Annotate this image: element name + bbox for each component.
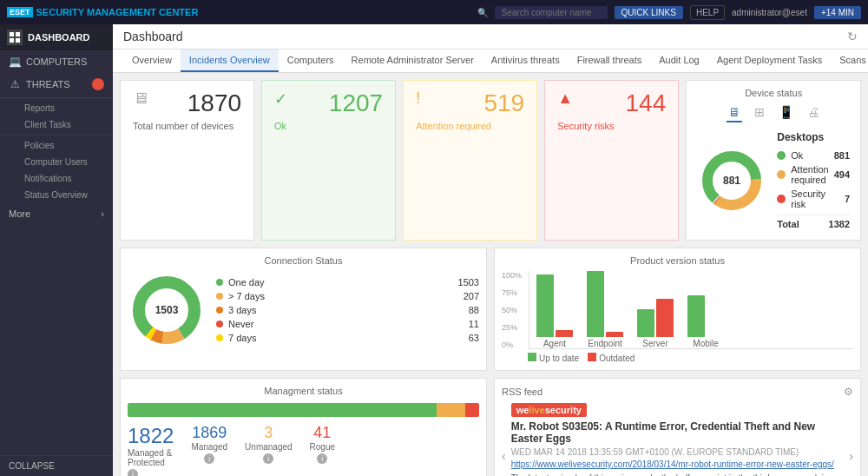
mobile-icon[interactable]: 📱	[777, 103, 795, 122]
card-device-status: Device status 🖥 ⊞ 📱 🖨	[686, 80, 861, 241]
card-security-risks: ▲ 144 Security risks	[544, 80, 679, 241]
management-stats: 1822 Managed & Protected i 1869 Managed …	[128, 424, 479, 476]
conn-3-days-val: 88	[469, 305, 479, 315]
conn-7-days: 7 days 63	[216, 331, 479, 345]
svg-rect-1	[16, 32, 20, 36]
page-title: Dashboard	[123, 30, 183, 43]
server-icon[interactable]: 🖨	[806, 103, 821, 122]
sidebar-item-computers-label: COMPUTERS	[26, 56, 87, 67]
conn-orange-dot	[216, 307, 223, 314]
connection-status-title: Connection Status	[128, 255, 479, 266]
attention-legend-value: 494	[834, 169, 850, 180]
conn-7plus-days: > 7 days 207	[216, 289, 479, 303]
mgmt-unmanaged-info-icon[interactable]: i	[263, 453, 273, 464]
mgmt-managed-info-icon[interactable]: i	[204, 453, 214, 464]
content-header: Dashboard ↻	[113, 24, 868, 50]
app-title: SECURITY MANAGEMENT CENTER	[36, 7, 199, 17]
sidebar-divider2	[0, 135, 113, 136]
y-75: 75%	[502, 288, 522, 297]
up-to-date-label: Up to date	[539, 354, 579, 363]
mgmt-managed-value: 1869	[191, 424, 227, 442]
tab-agent-deployment[interactable]: Agent Deployment Tasks	[708, 50, 831, 72]
search-input[interactable]	[495, 6, 608, 19]
total-devices-label: Total number of devices	[133, 121, 241, 131]
mgmt-rogue-info-icon[interactable]: i	[317, 453, 327, 464]
desktop-icon[interactable]: 🖥	[727, 103, 742, 122]
donut-area: 881 Desktops Ok 881	[694, 128, 853, 233]
topbar-right: 🔍 QUICK LINKS HELP administrator@eset +1…	[477, 5, 861, 20]
sidebar-item-computer-users[interactable]: Computer Users	[0, 154, 113, 170]
laptop-icon[interactable]: ⊞	[753, 103, 766, 122]
sidebar-item-more[interactable]: More ›	[0, 203, 113, 224]
card-total-devices: 🖥 1870 Total number of devices	[120, 80, 254, 241]
conn-donut-svg: 1503	[128, 271, 206, 349]
attention-dot	[777, 170, 786, 179]
endpoint-label: Endpoint	[588, 339, 621, 348]
mgmt-managed-label: Managed	[191, 442, 227, 452]
user-label: administrator@eset	[732, 8, 807, 17]
sidebar-item-status-overview[interactable]: Status Overview	[0, 187, 113, 203]
conn-7-days-label: 7 days	[228, 333, 256, 343]
attention-label: Attention required	[416, 121, 524, 131]
mins-button[interactable]: +14 MIN	[814, 6, 861, 19]
sidebar-item-threats[interactable]: ⚠ THREATS	[0, 73, 113, 96]
sidebar-spacer	[0, 224, 113, 455]
rss-prev-button[interactable]: ‹	[502, 449, 506, 463]
tab-firewall[interactable]: Firewall threats	[569, 50, 651, 72]
rss-article-link[interactable]: https://www.welivesecurity.com/2018/03/1…	[511, 459, 845, 469]
mobile-label: Mobile	[693, 339, 718, 348]
sidebar-collapse-button[interactable]: COLLAPSE	[0, 455, 113, 476]
mgmt-rogue-value: 41	[310, 424, 335, 442]
y-axis: 100% 75% 50% 25% 0%	[502, 271, 525, 349]
card-rss-feed: RSS feed ⚙ ‹ welivesecurity Mr. Robot S0…	[494, 378, 861, 476]
security-risk-icon: ▲	[557, 89, 573, 108]
rss-logo-area: welivesecurity	[511, 403, 845, 417]
security-legend-label: Security risk	[791, 188, 839, 209]
rss-content: welivesecurity Mr. Robot S03E05: A Runti…	[511, 403, 845, 476]
row-charts: Connection Status	[120, 248, 861, 371]
tab-overview[interactable]: Overview	[123, 50, 181, 72]
dashboard-content: 🖥 1870 Total number of devices ✓ 1207 Ok	[113, 73, 868, 476]
bar-server: Server	[637, 268, 674, 348]
sidebar-top[interactable]: DASHBOARD	[0, 24, 113, 50]
y-25: 25%	[502, 323, 522, 332]
sidebar-item-computers[interactable]: 💻 COMPUTERS	[0, 50, 113, 73]
bar-chart: Agent Endpoint	[529, 271, 853, 349]
svg-rect-2	[10, 38, 14, 43]
sidebar-item-client-tasks[interactable]: Client Tasks	[0, 116, 113, 133]
sidebar-item-reports[interactable]: Reports	[0, 100, 113, 116]
row-bottom: Managment status 1822 Managed & Protecte…	[120, 378, 861, 476]
mobile-up-to-date-bar	[687, 295, 705, 337]
sidebar-item-notifications[interactable]: Notifications	[0, 170, 113, 187]
tab-computers[interactable]: Computers	[279, 50, 343, 72]
tab-audit[interactable]: Audit Log	[650, 50, 707, 72]
chevron-right-icon: ›	[101, 208, 104, 219]
tab-scans[interactable]: Scans	[831, 50, 868, 72]
rss-article-text: The latest episode of this series marks …	[511, 473, 845, 476]
sidebar-item-policies[interactable]: Policies	[0, 137, 113, 154]
search-icon: 🔍	[477, 8, 488, 17]
rss-settings-button[interactable]: ⚙	[844, 386, 853, 398]
quick-links-button[interactable]: QUICK LINKS	[615, 6, 683, 19]
bar-mobile: Mobile	[687, 268, 724, 348]
legend-security: Security risk 7	[777, 187, 850, 211]
total-value: 1382	[829, 219, 850, 229]
donut-svg: 881	[697, 146, 766, 215]
mgmt-main-info-icon[interactable]: i	[128, 469, 138, 476]
mgmt-unmanaged-label: Unmanaged	[245, 442, 292, 452]
rss-next-button[interactable]: ›	[849, 449, 853, 463]
bar-endpoint-bars	[587, 268, 623, 337]
tab-antivirus[interactable]: Antivirus threats	[483, 50, 569, 72]
tab-incidents-overview[interactable]: Incidents Overview	[181, 50, 279, 72]
svg-rect-0	[10, 32, 14, 36]
tab-remote-admin[interactable]: Remote Administrator Server	[343, 50, 483, 72]
legend-ok: Ok 881	[777, 149, 850, 162]
security-legend-value: 7	[845, 194, 850, 204]
help-button[interactable]: HELP	[690, 5, 725, 20]
conn-donut-chart: 1503	[128, 271, 206, 349]
bar-agent: Agent	[536, 268, 573, 348]
ok-legend-label: Ok	[791, 150, 803, 161]
refresh-button[interactable]: ↻	[847, 30, 858, 43]
grid-icon	[7, 30, 23, 45]
server-up-to-date-bar	[637, 309, 654, 337]
